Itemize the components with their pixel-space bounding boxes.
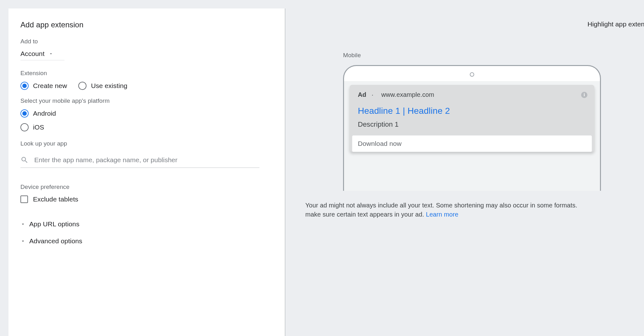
ad-top: Ad · www.example.com i (350, 85, 594, 100)
radio-use-existing[interactable]: Use existing (78, 82, 127, 90)
radio-icon (20, 109, 29, 118)
chevron-down-icon (20, 222, 25, 227)
right-panel: Highlight app exten Mobile Ad · www.exam… (285, 8, 644, 336)
page-title: Add app extension (20, 20, 273, 29)
search-icon (20, 156, 29, 164)
phone-inner: Ad · www.example.com i Headline 1 | Head… (344, 81, 600, 191)
collapse-app-url-options[interactable]: App URL options (20, 216, 273, 233)
lookup-label: Look up your app (20, 140, 273, 147)
disclaimer-text1: Your ad might not always include all you… (305, 202, 577, 209)
camera-icon (470, 72, 474, 77)
ad-card: Ad · www.example.com i Headline 1 | Head… (350, 85, 594, 152)
left-panel: Add app extension Add to Account Extensi… (8, 8, 285, 336)
collapse-label: App URL options (29, 220, 79, 228)
checkbox-label: Exclude tablets (33, 196, 78, 203)
highlight-text: Highlight app exten (587, 20, 644, 28)
radio-label: Create new (33, 82, 67, 90)
device-label: Device preference (20, 184, 273, 190)
platform-label: Select your mobile app's platform (20, 97, 273, 104)
radio-label: iOS (33, 124, 44, 131)
preview-area: Mobile Ad · www.example.com i Headline 1… (343, 52, 644, 219)
chevron-down-icon (48, 51, 53, 56)
ad-url: www.example.com (381, 91, 434, 98)
checkbox-icon (20, 196, 28, 203)
ad-headline: Headline 1 | Headline 2 (350, 100, 594, 118)
preview-label: Mobile (343, 52, 644, 59)
info-icon: i (581, 92, 587, 98)
add-to-dropdown[interactable]: Account (20, 47, 273, 61)
radio-android[interactable]: Android (20, 109, 273, 118)
disclaimer-text2: make sure certain text appears in your a… (305, 211, 424, 218)
add-to-label: Add to (20, 38, 273, 45)
dropdown-underline (20, 60, 64, 60)
extension-label: Extension (20, 70, 273, 77)
radio-ios[interactable]: iOS (20, 123, 273, 131)
platform-radio-group: Android iOS (20, 109, 273, 131)
radio-icon (78, 82, 86, 90)
phone-shell: Ad · www.example.com i Headline 1 | Head… (343, 65, 601, 191)
radio-create-new[interactable]: Create new (20, 82, 67, 90)
collapse-label: Advanced options (29, 237, 82, 245)
ad-description: Description 1 (350, 118, 594, 135)
ad-badge: Ad (358, 91, 366, 98)
learn-more-link[interactable]: Learn more (426, 211, 458, 218)
radio-icon (20, 82, 29, 90)
radio-icon (20, 123, 29, 131)
app-search[interactable] (20, 152, 259, 168)
radio-label: Android (33, 110, 56, 117)
disclaimer: Your ad might not always include all you… (305, 201, 644, 219)
exclude-tablets-checkbox[interactable]: Exclude tablets (20, 196, 273, 203)
radio-label: Use existing (91, 82, 127, 90)
app-search-input[interactable] (34, 156, 259, 164)
ad-cta: Download now (352, 135, 592, 152)
ad-separator: · (368, 91, 377, 98)
extension-radio-group: Create new Use existing (20, 82, 273, 90)
add-to-value: Account (20, 50, 45, 58)
app-shell: Add app extension Add to Account Extensi… (8, 8, 644, 336)
collapse-advanced-options[interactable]: Advanced options (20, 233, 273, 250)
chevron-down-icon (20, 239, 25, 244)
